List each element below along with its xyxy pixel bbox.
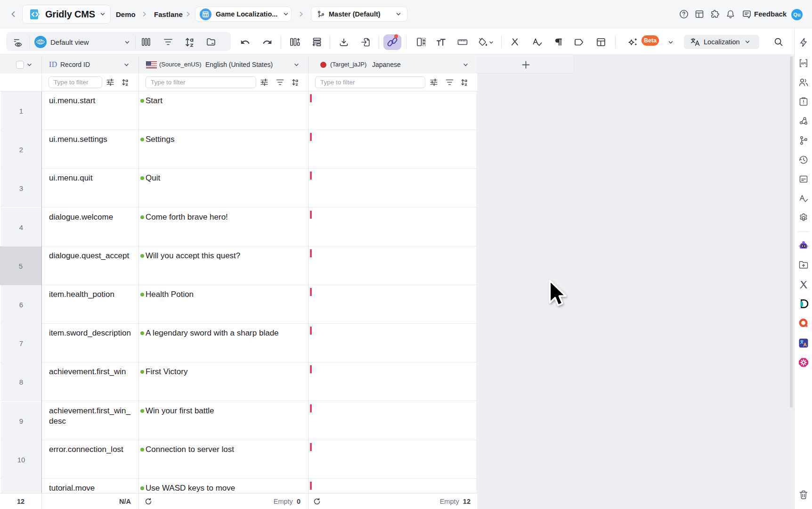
svg-text:API: API	[801, 62, 806, 65]
